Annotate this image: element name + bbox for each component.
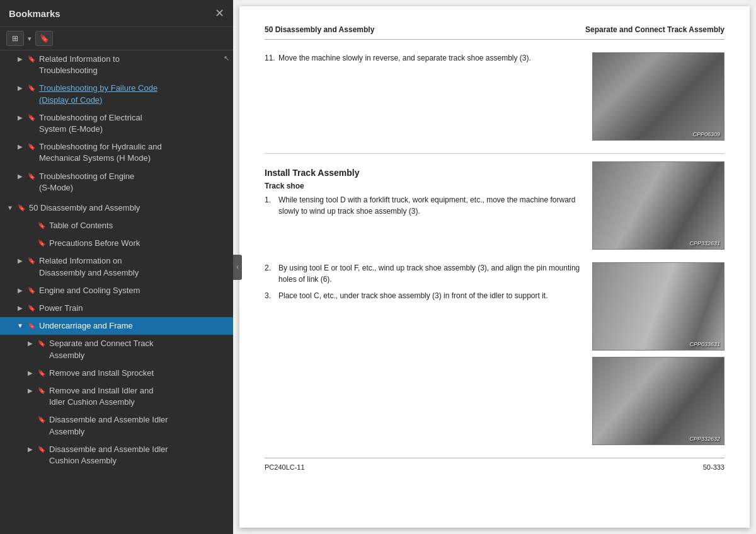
section-title: Install Track Assembly (265, 168, 582, 178)
sidebar-item-label: Troubleshooting of Engine(S-Mode) (39, 171, 229, 194)
sidebar-content[interactable]: Related Information toTroubleshooting ↖ … (0, 50, 233, 534)
img2-caption: CPP332631 (689, 240, 720, 247)
sidebar-item-label: Engine and Cooling System (39, 285, 229, 296)
bookmark-icon (26, 304, 37, 313)
expand-arrow (15, 142, 25, 151)
expand-arrow (15, 55, 25, 64)
sidebar-item-label: Remove and Install Idler andIdler Cushio… (49, 385, 229, 408)
sidebar-item-label: Remove and Install Sprocket (49, 368, 229, 379)
sidebar-item-remove-install-idler[interactable]: Remove and Install Idler andIdler Cushio… (0, 382, 233, 411)
step-2-image: CPP033631 (592, 262, 724, 351)
step-1-image: CPP332631 (592, 161, 724, 250)
sidebar-item-label: Precautions Before Work (49, 238, 229, 249)
sidebar-item-troubleshooting-failure[interactable]: Troubleshooting by Failure Code(Display … (0, 79, 233, 108)
bookmark-icon (16, 204, 26, 212)
expand-arrow (15, 304, 25, 313)
sidebar-item-precautions[interactable]: Precautions Before Work (0, 235, 233, 252)
bookmark-icon: 🔖 (40, 34, 49, 43)
sidebar-item-remove-install-sprocket[interactable]: Remove and Install Sprocket (0, 364, 233, 382)
page-area[interactable]: 50 Disassembly and Assembly Separate and… (239, 6, 750, 528)
step-1: 1. While tensing tool D with a forklift … (265, 194, 582, 217)
step-3-text: Place tool C, etc., under track shoe ass… (278, 290, 548, 301)
bookmark-icon (26, 172, 37, 181)
expand-arrow (25, 369, 35, 378)
sidebar-item-label: Troubleshooting of ElectricalSystem (E-M… (39, 112, 229, 135)
sidebar: Bookmarks ✕ ⊞ ▾ 🔖 Related Information to… (0, 0, 233, 534)
bookmark-icon (26, 286, 37, 295)
sidebar-item-disassemble-idler-cushion[interactable]: Disassemble and Assemble IdlerCushion As… (0, 441, 233, 470)
sidebar-item-table-of-contents[interactable]: Table of Contents (0, 217, 233, 235)
page-header: 50 Disassembly and Assembly Separate and… (265, 25, 724, 40)
sidebar-item-label: 50 Disassembly and Assembly (29, 202, 229, 214)
sidebar-item-troubleshooting-hydraulic[interactable]: Troubleshooting for Hydraulic andMechani… (0, 138, 233, 167)
sidebar-toolbar: ⊞ ▾ 🔖 (0, 27, 233, 50)
dropdown-arrow: ▾ (28, 35, 32, 43)
step-3: 3. Place tool C, etc., under track shoe … (265, 290, 582, 301)
step-11-row: 11. Move the machine slowly in reverse, … (265, 52, 724, 141)
bookmark-icon (37, 221, 47, 230)
expand-arrow (25, 445, 35, 454)
bookmark-icon (37, 369, 47, 378)
sidebar-item-undercarriage[interactable]: Undercarriage and Frame (0, 317, 233, 335)
bookmark-icon (37, 239, 47, 248)
step-3-num: 3. (265, 290, 276, 301)
sidebar-item-label: Troubleshooting by Failure Code(Display … (39, 83, 229, 105)
sidebar-header: Bookmarks ✕ (0, 0, 233, 27)
bookmark-icon (26, 84, 37, 93)
page-footer: PC240LC-11 50-333 (265, 458, 724, 471)
sidebar-title: Bookmarks (9, 8, 60, 19)
step-2-text: By using tool E or tool F, etc., wind up… (278, 262, 582, 285)
install-track-section: Install Track Assembly Track shoe 1. Whi… (265, 161, 724, 250)
expand-arrow (15, 286, 25, 295)
sidebar-item-label: Table of Contents (49, 220, 229, 231)
close-button[interactable]: ✕ (215, 6, 224, 20)
footer-left: PC240LC-11 (265, 463, 305, 471)
expand-arrow (25, 339, 35, 348)
bookmark-icon (37, 445, 47, 454)
sidebar-item-troubleshooting-engine[interactable]: Troubleshooting of Engine(S-Mode) (0, 168, 233, 197)
step-11-num: 11. (265, 52, 276, 64)
sidebar-item-related-info-troubleshooting[interactable]: Related Information toTroubleshooting ↖ (0, 50, 233, 79)
sidebar-item-disassembly-50[interactable]: 50 Disassembly and Assembly (0, 199, 233, 217)
step-1-text: While tensing tool D with a forklift tru… (278, 194, 582, 217)
expand-arrow (25, 386, 35, 395)
sidebar-item-disassemble-idler[interactable]: Disassemble and Assemble IdlerAssembly (0, 411, 233, 440)
steps-2-3-row: 2. By using tool E or tool F, etc., wind… (265, 262, 724, 445)
step-1-num: 1. (265, 194, 276, 217)
steps-2-3-images: CPP033631 CPP332632 (592, 262, 724, 445)
section-divider (265, 153, 724, 154)
grid-view-button[interactable]: ⊞ (6, 31, 24, 46)
img3-caption: CPP033631 (689, 341, 720, 347)
footer-right: 50-333 (703, 463, 724, 471)
install-track-text-area: Install Track Assembly Track shoe 1. Whi… (265, 161, 582, 219)
sidebar-item-label: Power Train (39, 303, 229, 314)
sidebar-item-separate-connect-track[interactable]: Separate and Connect TrackAssembly (0, 335, 233, 364)
expand-arrow (15, 322, 25, 330)
step-11-text: Move the machine slowly in reverse, and … (278, 52, 531, 64)
sidebar-item-label: Undercarriage and Frame (39, 320, 229, 332)
expand-arrow (15, 84, 25, 93)
img1-caption: CPP06309 (692, 131, 720, 137)
step-2-num: 2. (265, 262, 276, 285)
expand-arrow (15, 257, 25, 265)
sidebar-item-troubleshooting-electrical[interactable]: Troubleshooting of ElectricalSystem (E-M… (0, 109, 233, 138)
sidebar-item-related-info-disassembly[interactable]: Related Information onDisassembly and As… (0, 252, 233, 281)
collapse-sidebar-button[interactable]: ‹ (233, 255, 242, 280)
step-11-text-area: 11. Move the machine slowly in reverse, … (265, 52, 582, 66)
bookmark-icon (37, 415, 47, 424)
expand-arrow (15, 113, 25, 122)
bookmark-icon (26, 55, 37, 64)
expand-arrow (15, 172, 25, 181)
bookmark-icon (26, 257, 37, 265)
sidebar-item-engine-cooling[interactable]: Engine and Cooling System (0, 282, 233, 299)
bookmark-icon (26, 142, 37, 151)
step-2: 2. By using tool E or tool F, etc., wind… (265, 262, 582, 285)
subsection-title: Track shoe (265, 182, 582, 190)
sidebar-item-power-train[interactable]: Power Train (0, 299, 233, 317)
sidebar-item-label: Related Information onDisassembly and As… (39, 255, 229, 278)
bookmark-icon (37, 386, 47, 395)
bookmark-button[interactable]: 🔖 (35, 31, 53, 46)
bookmark-icon (26, 322, 37, 330)
cursor-indicator: ↖ (224, 54, 229, 63)
step-11: 11. Move the machine slowly in reverse, … (265, 52, 582, 64)
